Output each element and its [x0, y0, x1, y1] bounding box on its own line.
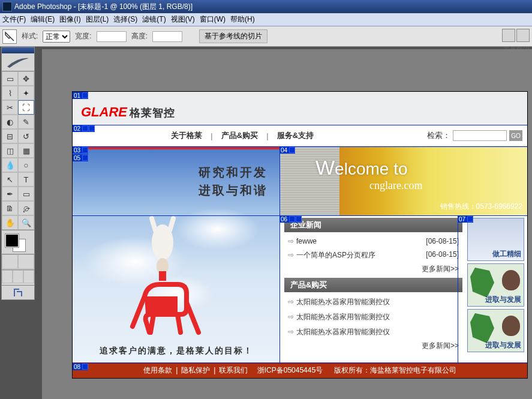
eyedropper-tool[interactable]: ⌮: [18, 201, 34, 215]
footer-link[interactable]: 隐私保护: [181, 365, 210, 376]
product-item[interactable]: ⇨太阳能热水器家用智能测控仪: [284, 295, 462, 310]
news-bar-2: 产品&购买: [284, 278, 462, 292]
welcome-subtitle: cnglare.com: [369, 179, 527, 192]
nav-service[interactable]: 服务&支持: [269, 130, 322, 141]
app-title: Adobe Photoshop - [未标题-1 @ 100% (图层 1, R…: [14, 2, 193, 12]
thumb-3[interactable]: 进取与发展: [467, 309, 524, 352]
slice-05[interactable]: 05: [73, 155, 82, 161]
footer-link[interactable]: 使用条款: [143, 365, 172, 376]
hero-line1: 研究和开发: [199, 164, 267, 181]
history-brush-tool[interactable]: ↺: [18, 129, 34, 143]
search-go-button[interactable]: GO: [509, 130, 522, 141]
palette-well-2[interactable]: [516, 29, 530, 42]
menu-view[interactable]: 视图(V): [169, 14, 197, 25]
menu-edit[interactable]: 编辑(E): [28, 14, 57, 25]
product-item[interactable]: ⇨太阳能热水器家用智能测控仪: [284, 310, 462, 325]
slice-icon: [82, 125, 88, 131]
slice-06[interactable]: 06: [279, 216, 288, 223]
crop-tool[interactable]: ✂: [2, 100, 18, 115]
dodge-tool[interactable]: ○: [18, 158, 34, 172]
stamp-tool[interactable]: ⊟: [2, 129, 18, 143]
type-tool[interactable]: T: [18, 172, 34, 187]
more-news-2[interactable]: 更多新闻>>: [284, 340, 462, 355]
site-logo: GLARE格莱智控: [81, 104, 175, 120]
color-swatch[interactable]: [2, 230, 34, 254]
fg-color[interactable]: [5, 234, 19, 247]
more-news-1[interactable]: 更多新闻>>: [284, 263, 462, 278]
thumb-2[interactable]: 进取与发展: [467, 263, 524, 307]
site-nav: 关于格莱| 产品&购买| 服务&支持 检索： GO: [73, 125, 527, 146]
toolbox-panel: ▭✥ ⌇✦ ✂⛶ ◐✎ ⊟↺ ◫▦ 💧○ ↖T ✒▭ 🗎⌮ ✋🔍: [1, 47, 35, 300]
slice-07[interactable]: 07: [458, 216, 467, 223]
hand-tool[interactable]: ✋: [2, 215, 18, 230]
slice-icon: [82, 155, 88, 161]
active-tool-icon[interactable]: [2, 29, 17, 44]
slice-icon: [82, 92, 88, 98]
move-tool[interactable]: ✥: [18, 71, 34, 86]
ps-app-icon: [2, 2, 12, 11]
welcome-title: Welcome to: [315, 156, 527, 179]
screen-mode-2[interactable]: [13, 270, 23, 283]
menu-bar: 文件(F) 编辑(E) 图像(I) 图层(L) 选择(S) 滤镜(T) 视图(V…: [0, 13, 532, 26]
menu-help[interactable]: 帮助(H): [228, 14, 257, 25]
slice-icon: [467, 216, 473, 222]
document-window[interactable]: 01 02 03 05 04 06 07 08 GLARE格莱智控 关于格莱| …: [72, 91, 528, 379]
shape-tool[interactable]: ▭: [18, 187, 34, 201]
brush-tool[interactable]: ✎: [18, 115, 34, 129]
slice-02[interactable]: 02: [73, 125, 82, 132]
search-box: 检索： GO: [427, 130, 527, 141]
slice-01[interactable]: 01: [73, 92, 82, 99]
height-input[interactable]: [152, 31, 182, 42]
thumb-1[interactable]: 做工精细: [467, 218, 524, 261]
footer-link[interactable]: 联系我们: [219, 365, 248, 376]
menu-select[interactable]: 选择(S): [111, 14, 140, 25]
slice-icon: [296, 216, 302, 222]
news-item[interactable]: ⇨fewwe[06-08-15]: [284, 235, 462, 248]
product-item[interactable]: ⇨太阳能热水器家用智能测控仪: [284, 325, 462, 340]
nav-about[interactable]: 关于格莱: [163, 130, 211, 141]
site-header: GLARE格莱智控: [73, 92, 527, 125]
style-select[interactable]: 正常: [43, 31, 70, 43]
nav-products[interactable]: 产品&购买: [213, 130, 266, 141]
toolbox-header[interactable]: [2, 47, 34, 53]
notes-tool[interactable]: 🗎: [2, 201, 18, 215]
news-item[interactable]: ⇨一个简单的ASP分页程序[06-08-15]: [284, 248, 462, 263]
pen-tool[interactable]: ✒: [2, 187, 18, 201]
menu-file[interactable]: 文件(F): [0, 14, 28, 25]
slice-03[interactable]: 03: [73, 147, 82, 154]
wand-tool[interactable]: ✦: [18, 86, 34, 100]
slice-icon: [82, 147, 88, 153]
menu-filter[interactable]: 滤镜(T): [140, 14, 168, 25]
search-label: 检索：: [427, 130, 450, 141]
width-label: 宽度:: [75, 31, 91, 41]
thumbnail-column: 做工精细 进取与发展 进取与发展: [467, 215, 527, 362]
welcome-banner: Welcome to cnglare.com 销售热线：0573-6966922: [279, 146, 527, 215]
search-input[interactable]: [453, 130, 507, 141]
width-input[interactable]: [97, 31, 127, 42]
hero-illustration: [121, 260, 211, 338]
marquee-tool[interactable]: ▭: [2, 71, 18, 86]
blur-tool[interactable]: 💧: [2, 158, 18, 172]
screen-mode-3[interactable]: [23, 270, 34, 283]
slice-04[interactable]: 04: [279, 147, 288, 154]
gradient-tool[interactable]: ▦: [18, 143, 34, 158]
canvas-area: 01 02 03 05 04 06 07 08 GLARE格莱智控 关于格莱| …: [42, 49, 532, 399]
slice-tool[interactable]: ⛶: [18, 100, 34, 115]
slice-08[interactable]: 08: [73, 364, 82, 370]
slice-from-guides-button[interactable]: 基于参考线的切片: [199, 29, 267, 43]
eraser-tool[interactable]: ◫: [2, 143, 18, 158]
menu-window[interactable]: 窗口(W): [197, 14, 228, 25]
lasso-tool[interactable]: ⌇: [2, 86, 18, 100]
palette-well-1[interactable]: [502, 29, 515, 42]
heal-tool[interactable]: ◐: [2, 115, 18, 129]
screen-mode-1[interactable]: [2, 270, 13, 283]
menu-layer[interactable]: 图层(L): [83, 14, 112, 25]
slice-icon: [82, 364, 88, 370]
hero-banner: 研究和开发 进取与和谐 追求客户的满意，是格莱人的目标！: [73, 146, 279, 362]
zoom-tool[interactable]: 🔍: [18, 215, 34, 230]
path-tool[interactable]: ↖: [2, 172, 18, 187]
standard-mode[interactable]: [2, 254, 18, 269]
imageready-jump[interactable]: [2, 285, 34, 299]
quickmask-mode[interactable]: [18, 254, 34, 269]
menu-image[interactable]: 图像(I): [57, 14, 83, 25]
